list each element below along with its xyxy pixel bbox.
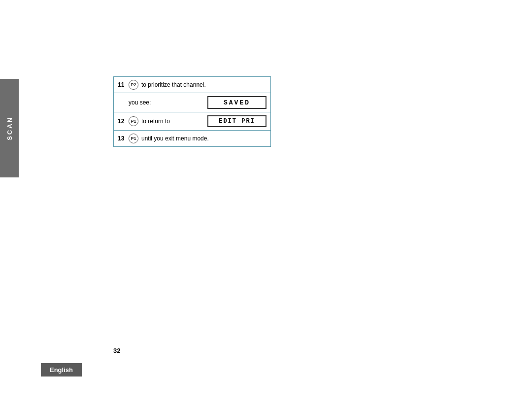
lcd-saved-text: SAVED <box>224 99 250 106</box>
step-12-row: 12 P1 to return to EDIT PRI <box>114 112 270 131</box>
step-13-text: until you exit menu mode. <box>141 135 209 142</box>
sidebar-tab: SCAN <box>0 79 19 177</box>
p1-badge-13: P1 <box>129 134 138 143</box>
step-11-number: 11 <box>118 81 129 88</box>
step-12-content: P1 to return to EDIT PRI <box>129 115 266 127</box>
instruction-table: 11 P2 to prioritize that channel. you se… <box>113 76 271 147</box>
p1-badge-12: P1 <box>129 116 138 126</box>
you-see-label: you see: <box>129 99 207 106</box>
lcd-saved: SAVED <box>207 96 266 109</box>
p2-badge: P2 <box>129 80 138 90</box>
english-badge: English <box>41 363 82 377</box>
page-number: 32 <box>113 347 120 354</box>
lcd-edit-pri-text: EDIT PRI <box>219 118 255 125</box>
step-12-number: 12 <box>118 118 129 125</box>
step-11-text: to prioritize that channel. <box>141 81 206 88</box>
instruction-section: 11 P2 to prioritize that channel. you se… <box>113 76 271 147</box>
sidebar-tab-label: SCAN <box>6 116 13 140</box>
step-12-text: to return to <box>141 118 170 125</box>
you-see-row: you see: SAVED <box>114 93 270 112</box>
lcd-edit-pri: EDIT PRI <box>207 115 266 127</box>
step-13-row: 13 P1 until you exit menu mode. <box>114 131 270 146</box>
step-13-content: P1 until you exit menu mode. <box>129 134 266 143</box>
step-11-content: P2 to prioritize that channel. <box>129 80 266 90</box>
step-11-row: 11 P2 to prioritize that channel. <box>114 77 270 93</box>
step-13-number: 13 <box>118 135 129 142</box>
